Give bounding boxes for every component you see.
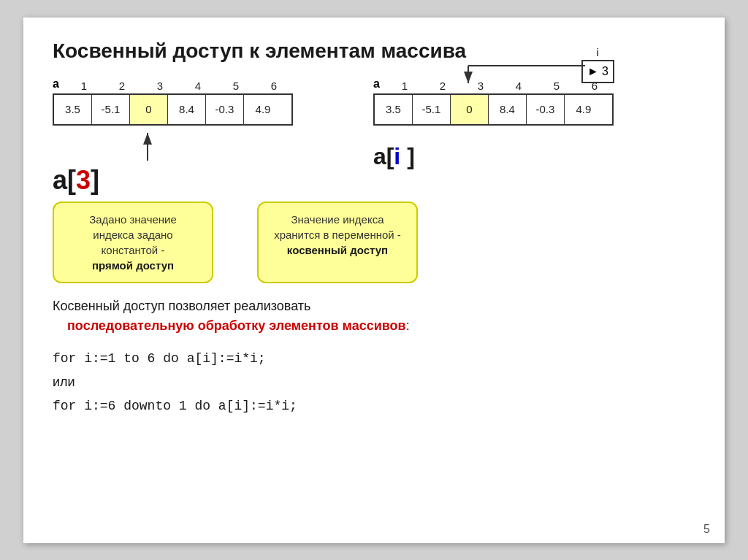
- code-line1: for i:=1 to 6 do a[i]:=i*i;: [53, 347, 695, 370]
- left-cell-1: 3.5: [54, 95, 92, 124]
- left-index-3: 3: [141, 80, 179, 92]
- paragraph1-normal: Косвенный доступ позволяет реализовать: [53, 299, 310, 313]
- paragraph1-red: последовательную обработку элементов мас…: [67, 318, 406, 333]
- left-diagram: a 1 2 3 4 5 6 3.5 -5.1 0 8.4 -0.3 4.9: [53, 77, 293, 195]
- right-arrow-spacer: [373, 126, 614, 140]
- ai-label: a[i ]: [373, 144, 614, 169]
- ai-i: i: [394, 143, 400, 169]
- left-array-indices: 1 2 3 4 5 6: [65, 80, 293, 92]
- right-cell-6: 4.9: [565, 95, 603, 124]
- note-left: Задано значение индекса задано константо…: [53, 202, 213, 283]
- left-arrow-svg: [53, 126, 173, 162]
- paragraph1-end: :: [406, 318, 410, 333]
- note-right-text: Значение индекса хранится в переменной -: [274, 213, 401, 241]
- note-left-bold: прямой доступ: [92, 259, 174, 272]
- note-right: Значение индекса хранится в переменной -…: [257, 202, 418, 283]
- left-index-1: 1: [65, 80, 103, 92]
- left-cell-4: 8.4: [168, 95, 206, 124]
- left-array-label-row: a 1 2 3 4 5 6: [53, 77, 293, 92]
- right-arrow-svg: [373, 47, 622, 91]
- left-cell-5: -0.3: [206, 95, 244, 124]
- a3-label: a[3]: [53, 166, 293, 195]
- left-index-2: 2: [103, 80, 141, 92]
- text-section: Косвенный доступ позволяет реализовать п…: [53, 296, 695, 336]
- diagrams-wrapper: a 1 2 3 4 5 6 3.5 -5.1 0 8.4 -0.3 4.9: [53, 77, 695, 195]
- right-diagram: a 1 2 3 4 5 6 i ►3 3.5: [373, 77, 614, 169]
- notes-row: Задано значение индекса задано константо…: [53, 202, 695, 283]
- code-line2: for i:=6 downto 1 do a[i]:=i*i;: [53, 394, 695, 418]
- right-cell-2: -5.1: [413, 95, 451, 124]
- a3-num: 3: [76, 165, 91, 195]
- left-cell-2: -5.1: [92, 95, 130, 124]
- right-cell-5: -0.3: [527, 95, 565, 124]
- left-cell-6: 4.9: [244, 95, 282, 124]
- left-array-cells: 3.5 -5.1 0 8.4 -0.3 4.9: [53, 93, 293, 126]
- left-index-6: 6: [255, 80, 293, 92]
- note-right-bold: косвенный доступ: [287, 244, 388, 256]
- left-cell-3: 0: [130, 95, 168, 124]
- left-index-4: 4: [179, 80, 217, 92]
- right-cell-4: 8.4: [489, 95, 527, 124]
- paragraph1-indent: последовательную обработку элементов мас…: [67, 318, 410, 333]
- left-index-5: 5: [217, 80, 255, 92]
- slide-number: 5: [703, 523, 710, 536]
- note-left-text: Задано значение индекса задано константо…: [89, 213, 177, 256]
- right-cell-3: 0: [451, 95, 489, 124]
- right-cell-1: 3.5: [375, 95, 413, 124]
- left-array-name: a: [53, 77, 59, 91]
- ili-text: или: [53, 370, 695, 394]
- code-section: for i:=1 to 6 do a[i]:=i*i; или for i:=6…: [53, 347, 695, 418]
- right-array-cells: 3.5 -5.1 0 8.4 -0.3 4.9: [373, 93, 614, 126]
- slide: Косвенный доступ к элементам массива a 1…: [23, 18, 725, 543]
